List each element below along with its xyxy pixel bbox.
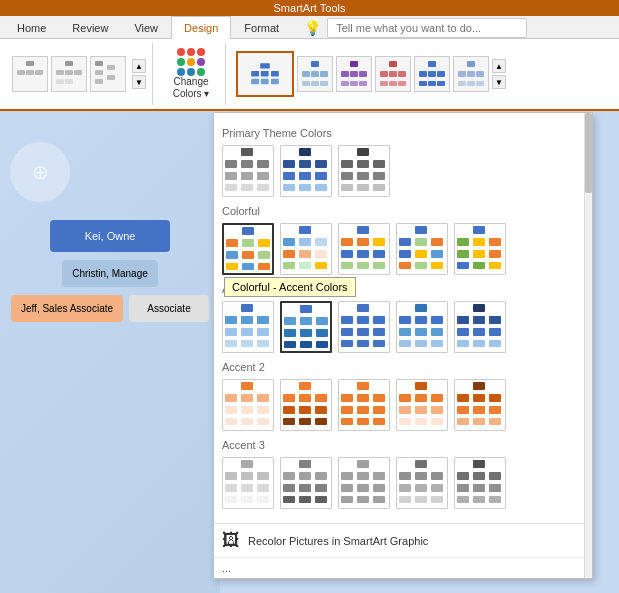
- svg-rect-198: [283, 394, 295, 402]
- styles-scroll-down[interactable]: ▼: [492, 75, 506, 89]
- svg-rect-251: [283, 484, 295, 492]
- svg-rect-179: [473, 316, 485, 324]
- a3-color-5[interactable]: [454, 457, 506, 509]
- svg-rect-203: [315, 406, 327, 414]
- svg-rect-124: [399, 262, 411, 269]
- svg-rect-146: [257, 340, 269, 347]
- svg-rect-78: [341, 160, 353, 168]
- color-option-dark3[interactable]: [338, 145, 390, 197]
- svg-rect-0: [26, 61, 34, 66]
- svg-rect-70: [315, 160, 327, 168]
- a2-color-2[interactable]: [280, 379, 332, 431]
- a1-color-1[interactable]: [222, 301, 274, 353]
- dot-red: [177, 48, 185, 56]
- tell-me-area: 💡: [304, 18, 615, 38]
- svg-rect-236: [489, 418, 501, 425]
- svg-rect-98: [283, 238, 295, 246]
- color-option-dark1[interactable]: [222, 145, 274, 197]
- svg-rect-130: [489, 238, 501, 246]
- color-option-colorful-accent[interactable]: Colorful - Accent Colors: [222, 223, 274, 275]
- svg-rect-79: [357, 160, 369, 168]
- tab-review[interactable]: Review: [59, 16, 121, 39]
- svg-rect-171: [399, 328, 411, 336]
- style-thumb-3[interactable]: [336, 56, 372, 92]
- change-colors-button[interactable]: ChangeColors ▾: [163, 43, 219, 105]
- a2-color-5[interactable]: [454, 379, 506, 431]
- change-colors-icon: [175, 48, 207, 76]
- a2-color-3[interactable]: [338, 379, 390, 431]
- svg-rect-38: [389, 71, 397, 77]
- svg-rect-219: [415, 394, 427, 402]
- recolor-footer[interactable]: 🖼 Recolor Pictures in SmartArt Graphic: [214, 523, 592, 557]
- layout-thumb-3[interactable]: [90, 56, 126, 92]
- a1-color-3[interactable]: [338, 301, 390, 353]
- diagram-nodes: Kei, Owne Christin, Manage Jeff, Sales A…: [0, 212, 220, 330]
- svg-rect-206: [315, 418, 327, 425]
- tab-view[interactable]: View: [121, 16, 171, 39]
- svg-rect-58: [225, 160, 237, 168]
- svg-rect-39: [398, 71, 406, 77]
- svg-rect-204: [283, 418, 295, 425]
- a1-color-4[interactable]: [396, 301, 448, 353]
- style-thumb-selected[interactable]: [236, 51, 294, 97]
- style-thumb-4[interactable]: [375, 56, 411, 92]
- svg-rect-262: [357, 484, 369, 492]
- tab-home[interactable]: Home: [4, 16, 59, 39]
- scroll-down-button[interactable]: ▼: [132, 75, 146, 89]
- svg-rect-147: [300, 305, 312, 313]
- styles-scroll-up[interactable]: ▲: [492, 59, 506, 73]
- svg-rect-151: [284, 329, 296, 337]
- svg-rect-255: [299, 496, 311, 503]
- layout-thumb-2[interactable]: [51, 56, 87, 92]
- style-thumb-6[interactable]: [453, 56, 489, 92]
- color-option-colorful-4[interactable]: [396, 223, 448, 275]
- svg-rect-200: [315, 394, 327, 402]
- svg-rect-104: [283, 262, 295, 269]
- svg-rect-73: [315, 172, 327, 180]
- svg-rect-34: [350, 81, 358, 86]
- a1-color-5[interactable]: [454, 301, 506, 353]
- svg-rect-202: [299, 406, 311, 414]
- a3-color-2[interactable]: [280, 457, 332, 509]
- svg-rect-114: [341, 262, 353, 269]
- dot-purple: [197, 58, 205, 66]
- a2-color-4[interactable]: [396, 379, 448, 431]
- layout-thumb-1[interactable]: [12, 56, 48, 92]
- tab-format[interactable]: Format: [231, 16, 292, 39]
- svg-rect-276: [431, 496, 443, 503]
- section-colorful-label: Colorful: [222, 205, 584, 217]
- style-thumb-2[interactable]: [297, 56, 333, 92]
- svg-rect-113: [373, 250, 385, 258]
- color-option-colorful-5[interactable]: [454, 223, 506, 275]
- svg-rect-162: [357, 328, 369, 336]
- a1-color-2[interactable]: [280, 301, 332, 353]
- svg-rect-194: [225, 418, 237, 425]
- more-button[interactable]: ...: [222, 562, 231, 574]
- color-option-colorful-2[interactable]: [280, 223, 332, 275]
- svg-rect-129: [473, 238, 485, 246]
- bottom-row: Jeff, Sales Associate Associate: [11, 295, 209, 322]
- svg-rect-56: [476, 81, 484, 86]
- svg-rect-197: [299, 382, 311, 390]
- dropdown-scrollbar-thumb[interactable]: [585, 113, 592, 193]
- tell-me-input[interactable]: [327, 18, 527, 38]
- scroll-up-button[interactable]: ▲: [132, 59, 146, 73]
- svg-rect-106: [315, 262, 327, 269]
- style-thumb-5[interactable]: [414, 56, 450, 92]
- tab-design[interactable]: Design: [171, 16, 231, 39]
- a2-color-1[interactable]: [222, 379, 274, 431]
- recolor-icon: 🖼: [222, 530, 240, 551]
- svg-rect-187: [241, 382, 253, 390]
- color-option-dark2[interactable]: [280, 145, 332, 197]
- svg-rect-1: [17, 70, 25, 75]
- dropdown-scroll-area[interactable]: Primary Theme Colors: [214, 113, 592, 523]
- a3-color-1[interactable]: [222, 457, 274, 509]
- a3-color-3[interactable]: [338, 457, 390, 509]
- svg-rect-264: [341, 496, 353, 503]
- svg-rect-49: [437, 81, 445, 86]
- svg-rect-207: [357, 382, 369, 390]
- color-option-colorful-3[interactable]: [338, 223, 390, 275]
- more-options-row: ...: [214, 557, 592, 578]
- a3-color-4[interactable]: [396, 457, 448, 509]
- svg-rect-199: [299, 394, 311, 402]
